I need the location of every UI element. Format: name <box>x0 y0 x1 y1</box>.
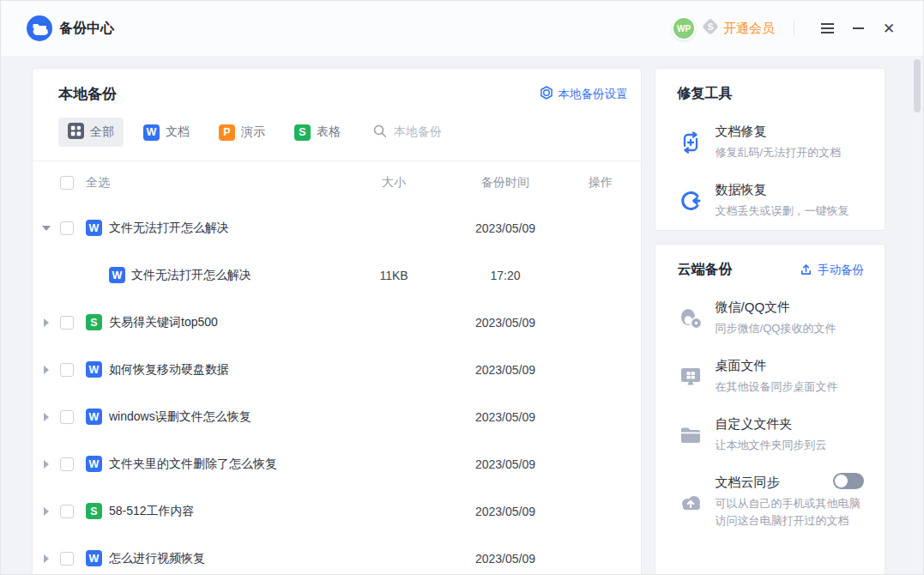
scrollbar[interactable] <box>914 58 921 571</box>
row-checkbox[interactable] <box>60 221 74 235</box>
table-row[interactable]: W 文件夹里的文件删除了怎么恢复 2023/05/09 <box>33 440 641 487</box>
doc-cloud-sync-item[interactable]: 文档云同步 可以从自己的手机或其他电脑访问这台电脑打开过的文档 <box>678 475 864 530</box>
menu-icon[interactable] <box>815 16 839 40</box>
filter-tab-all[interactable]: 全部 <box>58 118 124 147</box>
row-checkbox[interactable] <box>60 552 74 566</box>
table-row[interactable]: W 怎么进行视频恢复 2023/05/09 <box>33 535 641 575</box>
app-title: 备份中心 <box>59 20 114 38</box>
writer-doc-icon: W <box>143 124 160 141</box>
cloud-sync-toggle[interactable] <box>833 473 864 489</box>
table-row[interactable]: W windows误删文件怎么恢复 2023/05/09 <box>33 393 641 440</box>
expand-caret-icon[interactable] <box>44 554 49 563</box>
filter-label: 文档 <box>166 124 190 140</box>
app-logo-icon <box>27 15 52 41</box>
folder-icon <box>678 422 704 448</box>
file-type-icon: W <box>86 220 102 236</box>
wechat-qq-icon <box>678 306 704 331</box>
settings-label: 本地备份设置 <box>559 87 628 102</box>
select-all-label: 全选 <box>86 175 347 191</box>
backup-date: 2023/05/09 <box>441 410 570 424</box>
expand-caret-icon[interactable] <box>44 318 49 327</box>
backup-time: 17:20 <box>441 269 570 282</box>
settings-gear-icon <box>539 85 554 103</box>
doc-repair-title: 文档修复 <box>716 124 867 140</box>
titlebar-divider <box>794 21 794 36</box>
table-row[interactable]: W 文件无法打开怎么解决 2023/05/09 <box>33 204 641 251</box>
row-checkbox[interactable] <box>60 457 74 471</box>
file-size: 11KB <box>347 269 441 282</box>
table-header: 全选 大小 备份时间 操作 <box>33 161 641 204</box>
doc-cloud-sync-desc: 可以从自己的手机或其他电脑访问这台电脑打开过的文档 <box>716 495 864 530</box>
table-row[interactable]: S 58-512工作内容 2023/05/09 <box>33 487 641 535</box>
data-recovery-icon <box>678 188 704 214</box>
wechat-qq-desc: 同步微信/QQ接收的文件 <box>716 320 864 337</box>
local-backup-panel: 本地备份 本地备份设置 <box>32 68 642 575</box>
wechat-qq-title: 微信/QQ文件 <box>716 300 864 316</box>
row-checkbox[interactable] <box>60 316 74 330</box>
backup-date: 2023/05/09 <box>441 552 570 566</box>
expand-caret-icon[interactable] <box>44 413 49 421</box>
row-checkbox[interactable] <box>60 505 74 518</box>
manual-backup-button[interactable]: 手动备份 <box>799 262 864 279</box>
backup-table: 全选 大小 备份时间 操作 W 文件无法打开怎么解决 2023/05/09 <box>33 160 641 575</box>
file-name: 失易得关键词top500 <box>109 315 347 330</box>
data-recovery-title: 数据恢复 <box>716 182 867 198</box>
file-type-icon: S <box>86 503 102 519</box>
search-placeholder: 本地备份 <box>394 124 442 140</box>
column-action: 操作 <box>570 175 631 191</box>
file-name: 怎么进行视频恢复 <box>109 551 347 566</box>
minimize-icon[interactable] <box>846 16 870 40</box>
filter-label: 演示 <box>241 124 265 140</box>
scrollbar-thumb[interactable] <box>914 59 921 112</box>
table-row[interactable]: W 如何恢复移动硬盘数据 2023/05/09 <box>33 346 641 393</box>
custom-folder-desc: 让本地文件夹同步到云 <box>716 437 864 454</box>
close-icon[interactable]: ✕ <box>877 16 901 40</box>
manual-backup-label: 手动备份 <box>818 263 864 278</box>
file-name: 文件无法打开怎么解决 <box>109 221 347 236</box>
select-all-checkbox[interactable] <box>60 176 74 190</box>
file-type-icon: W <box>86 361 102 378</box>
desktop-files-title: 桌面文件 <box>716 358 864 374</box>
file-type-icon: W <box>86 550 102 566</box>
expand-caret-icon[interactable] <box>44 366 49 374</box>
custom-folder-title: 自定义文件夹 <box>716 416 864 433</box>
member-badge-icon: S <box>701 17 720 39</box>
expand-caret-icon[interactable] <box>44 460 49 469</box>
desktop-icon <box>678 364 704 390</box>
desktop-files-item[interactable]: 桌面文件 在其他设备同步桌面文件 <box>678 358 864 396</box>
table-subrow[interactable]: W 文件无法打开怎么解决 11KB 17:20 <box>33 251 641 299</box>
search-input[interactable]: 本地备份 <box>372 124 442 142</box>
column-size: 大小 <box>347 175 441 191</box>
data-recovery-desc: 文档丢失或误删，一键恢复 <box>716 203 867 220</box>
file-name: 文件无法打开怎么解决 <box>131 268 251 283</box>
file-type-icon: W <box>109 267 125 283</box>
open-membership-link[interactable]: 开通会员 <box>723 21 775 37</box>
data-recovery-item[interactable]: 数据恢复 文档丢失或误删，一键恢复 <box>678 182 867 220</box>
custom-folder-item[interactable]: 自定义文件夹 让本地文件夹同步到云 <box>678 416 864 454</box>
file-name: 58-512工作内容 <box>109 504 347 519</box>
file-type-icon: S <box>86 314 102 330</box>
svg-text:S: S <box>708 22 714 32</box>
file-name: 如何恢复移动硬盘数据 <box>109 362 347 378</box>
upload-icon <box>799 262 813 279</box>
avatar[interactable]: WP <box>672 16 696 40</box>
row-checkbox[interactable] <box>60 363 74 377</box>
local-backup-settings-button[interactable]: 本地备份设置 <box>539 85 628 103</box>
filter-tab-sheet[interactable]: S 表格 <box>285 119 350 146</box>
filter-tab-doc[interactable]: W 文档 <box>134 119 199 146</box>
expand-caret-icon[interactable] <box>44 507 49 516</box>
titlebar: 备份中心 WP S 开通会员 ✕ <box>1 1 923 56</box>
row-checkbox[interactable] <box>60 410 74 424</box>
doc-repair-icon <box>678 130 704 155</box>
filter-tab-ppt[interactable]: P 演示 <box>209 119 275 146</box>
collapse-caret-icon[interactable] <box>42 226 51 231</box>
search-icon <box>372 124 388 142</box>
table-row[interactable]: S 失易得关键词top500 2023/05/09 <box>33 299 641 346</box>
file-name: 文件夹里的文件删除了怎么恢复 <box>109 457 347 472</box>
app-window: 备份中心 WP S 开通会员 ✕ 本地备份 <box>0 0 924 575</box>
backup-date: 2023/05/09 <box>441 221 570 235</box>
repair-tools-panel: 修复工具 文档修复 修复乱码/无法打开的文档 <box>655 68 885 231</box>
doc-repair-item[interactable]: 文档修复 修复乱码/无法打开的文档 <box>678 124 867 161</box>
wechat-qq-files-item[interactable]: 微信/QQ文件 同步微信/QQ接收的文件 <box>678 300 864 337</box>
cloud-backup-title: 云端备份 <box>678 261 733 279</box>
